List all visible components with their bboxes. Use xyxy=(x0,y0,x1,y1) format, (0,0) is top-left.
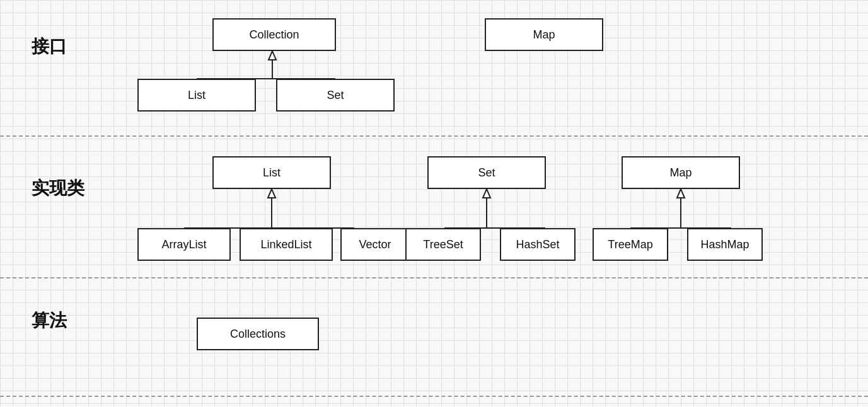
box-set-impl: Set xyxy=(427,156,546,189)
box-vector: Vector xyxy=(340,228,410,261)
grid-background xyxy=(0,0,868,407)
divider-3 xyxy=(0,396,868,397)
box-collection: Collection xyxy=(212,18,336,51)
box-treeset: TreeSet xyxy=(405,228,481,261)
box-treemap: TreeMap xyxy=(593,228,668,261)
box-map-impl: Map xyxy=(622,156,740,189)
box-list-impl: List xyxy=(212,156,331,189)
label-implementations: 实现类 xyxy=(32,176,84,200)
divider-1 xyxy=(0,135,868,137)
box-map-interface: Map xyxy=(485,18,603,51)
label-interfaces: 接口 xyxy=(32,35,67,59)
box-arraylist: ArrayList xyxy=(137,228,231,261)
box-set-interface: Set xyxy=(276,79,395,112)
label-algorithms: 算法 xyxy=(32,309,67,333)
box-collections: Collections xyxy=(197,318,319,350)
box-hashset: HashSet xyxy=(500,228,576,261)
box-list-interface: List xyxy=(137,79,256,112)
box-hashmap: HashMap xyxy=(687,228,763,261)
box-linkedlist: LinkedList xyxy=(240,228,333,261)
divider-2 xyxy=(0,277,868,278)
diagram-container: 接口 实现类 算法 Collection Map List Set List S… xyxy=(0,0,868,407)
